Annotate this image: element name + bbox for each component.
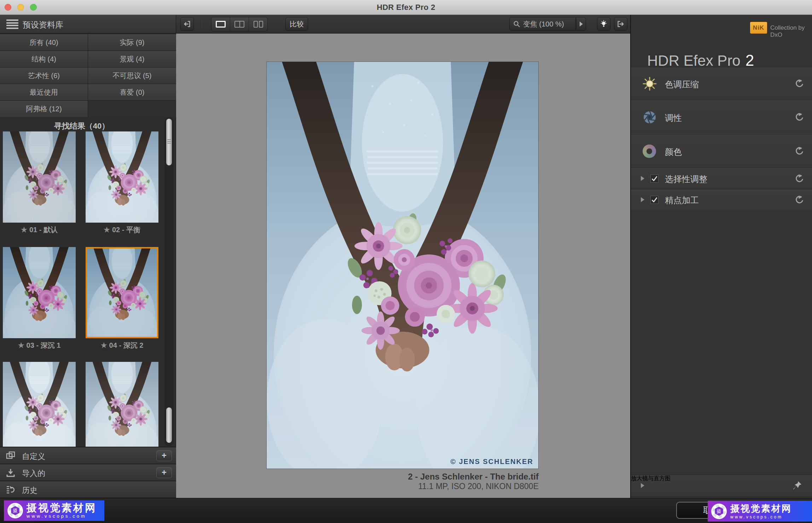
zoom-control[interactable]: 变焦 (100 %) — [509, 17, 576, 31]
view-split-button[interactable] — [230, 17, 249, 31]
preset-thumb-image[interactable] — [3, 131, 76, 223]
watermark-site-name: 摄视觉素材网 — [27, 502, 97, 513]
zoom-options-button[interactable] — [576, 17, 586, 31]
scrollbar-grip-icon — [167, 139, 171, 145]
section-tonality[interactable]: 调性 — [631, 100, 812, 134]
category-empty-cell — [88, 101, 176, 117]
section-finishing[interactable]: 精点加工 — [631, 189, 812, 210]
pin-icon[interactable] — [792, 481, 802, 490]
nik-logo: NiK — [750, 22, 767, 34]
preset-thumb-06[interactable] — [86, 362, 158, 447]
category-artistic[interactable]: 艺术性 (6) — [0, 67, 88, 84]
scrollbar-thumb[interactable] — [166, 119, 172, 165]
star-icon: ★ — [104, 226, 110, 234]
reset-icon[interactable] — [794, 195, 804, 204]
category-realistic[interactable]: 实际 (9) — [88, 34, 176, 51]
titlebar: HDR Efex Pro 2 — [0, 0, 812, 15]
window-title: HDR Efex Pro 2 — [0, 3, 812, 12]
section-color[interactable]: 颜色 — [631, 134, 812, 168]
background-lightness-button[interactable] — [597, 17, 610, 31]
preset-thumbnail-list: ★01 - 默认 ★02 - 平衡 ★03 - 深沉 1 ★04 - 深沉 2 — [0, 131, 163, 447]
panel-app-title: HDR Efex Pro2 — [647, 52, 754, 69]
sidebar-section-imported[interactable]: 导入的 + — [0, 464, 176, 481]
magnifier-icon — [513, 20, 520, 28]
loupe-histogram-section[interactable]: 放大镜与直方图 — [631, 475, 812, 496]
category-favorites[interactable]: 喜爱 (0) — [88, 84, 176, 100]
watermark-site-name: 摄视觉素材网 — [730, 503, 792, 514]
reset-icon[interactable] — [794, 174, 804, 183]
category-surreal[interactable]: 不可思议 (5) — [88, 67, 176, 84]
preset-thumb-image[interactable] — [86, 131, 158, 223]
star-icon: ★ — [101, 341, 107, 349]
hide-panel-button[interactable] — [180, 17, 194, 31]
app-version: 2 — [746, 52, 754, 69]
watermark-logo-icon: 摄 — [711, 504, 727, 519]
import-icon — [6, 468, 16, 478]
expand-triangle-icon[interactable] — [641, 176, 644, 181]
expand-triangle-icon[interactable] — [641, 483, 644, 488]
category-landscape[interactable]: 景观 (4) — [88, 51, 176, 67]
preset-thumb-04-selected[interactable]: ★04 - 深沉 2 — [86, 247, 158, 350]
star-icon: ★ — [18, 341, 24, 349]
sidebar-section-label: 导入的 — [22, 468, 45, 479]
sidebar-section-custom[interactable]: 自定义 + — [0, 447, 176, 464]
category-recent[interactable]: 最近使用 — [0, 84, 88, 100]
toolbar-divider — [201, 19, 202, 30]
category-all[interactable]: 所有 (40) — [0, 34, 88, 51]
view-single-button[interactable] — [211, 17, 230, 31]
preset-thumb-03[interactable]: ★03 - 深沉 1 — [3, 247, 76, 350]
sun-icon — [643, 77, 657, 92]
preset-thumb-05[interactable] — [3, 362, 76, 447]
preset-thumb-01[interactable]: ★01 - 默认 — [3, 131, 76, 235]
exit-button[interactable] — [614, 17, 627, 31]
scrollbar-thumb-lower[interactable] — [166, 407, 172, 443]
preset-thumb-image[interactable] — [3, 362, 76, 447]
star-icon: ★ — [21, 226, 27, 234]
search-results-header: 寻找结果（40） — [0, 121, 163, 131]
sidebar-section-label: 历史 — [22, 485, 37, 496]
import-preset-button[interactable]: + — [156, 467, 172, 478]
watermark-site-url: www.vscops.com — [27, 513, 97, 519]
panel-collapse-icon — [183, 20, 191, 28]
compare-button[interactable]: 比较 — [285, 17, 308, 31]
reset-icon[interactable] — [794, 146, 804, 155]
preset-thumb-image[interactable] — [86, 362, 158, 447]
check-icon — [651, 175, 658, 182]
reset-icon[interactable] — [794, 79, 804, 88]
main-photo[interactable]: © JENS SCHLENKER — [266, 61, 539, 469]
reset-icon[interactable] — [794, 112, 804, 122]
finishing-checkbox[interactable] — [650, 196, 659, 204]
category-custom-group[interactable]: 阿弗格 (12) — [0, 101, 88, 117]
preset-thumb-image[interactable] — [3, 247, 76, 338]
menu-icon — [6, 19, 18, 29]
expand-triangle-icon[interactable] — [641, 197, 644, 202]
watermark-badge-left: 摄 摄视觉素材网 www.vscops.com — [4, 500, 104, 521]
category-structure[interactable]: 结构 (4) — [0, 51, 88, 67]
view-side-by-side-button[interactable] — [249, 17, 267, 31]
preset-thumb-label: ★04 - 深沉 2 — [86, 341, 158, 350]
section-selective-adjustments[interactable]: 选择性调整 — [631, 168, 812, 189]
bottom-action-bar: 取消 — [0, 498, 812, 523]
preset-library-sidebar: 预设资料库 所有 (40) 实际 (9) 结构 (4) 景观 (4) 艺术性 (… — [0, 15, 176, 498]
split-view-icon — [234, 21, 244, 28]
preset-thumb-02[interactable]: ★02 - 平衡 — [86, 131, 158, 235]
exit-door-icon — [617, 20, 625, 28]
preset-library-header[interactable]: 预设资料库 — [0, 15, 176, 34]
arrow-right-icon — [580, 22, 583, 27]
preset-thumb-image[interactable] — [86, 247, 158, 338]
section-tone-compression[interactable]: 色调压缩 — [631, 67, 812, 100]
watermark-logo-icon: 摄 — [7, 503, 23, 518]
add-custom-preset-button[interactable]: + — [156, 450, 172, 461]
single-view-icon — [216, 21, 226, 28]
image-metadata: 11.1 MP, ISO 200, NIKON D800E — [418, 482, 539, 491]
view-mode-group — [211, 17, 268, 31]
preset-library-title: 预设资料库 — [23, 19, 63, 30]
lightbulb-icon — [599, 20, 608, 28]
selective-adjustments-checkbox[interactable] — [650, 175, 659, 183]
image-filename: 2 - Jens Schlenker - The bride.tif — [408, 472, 539, 482]
zoom-level-label: 变焦 (100 %) — [523, 19, 564, 29]
check-icon — [651, 196, 658, 204]
preset-list-scrollbar[interactable] — [165, 117, 173, 446]
main-toolbar: 比较 变焦 (100 %) — [176, 15, 630, 34]
sidebar-section-history[interactable]: 历史 — [0, 481, 176, 498]
